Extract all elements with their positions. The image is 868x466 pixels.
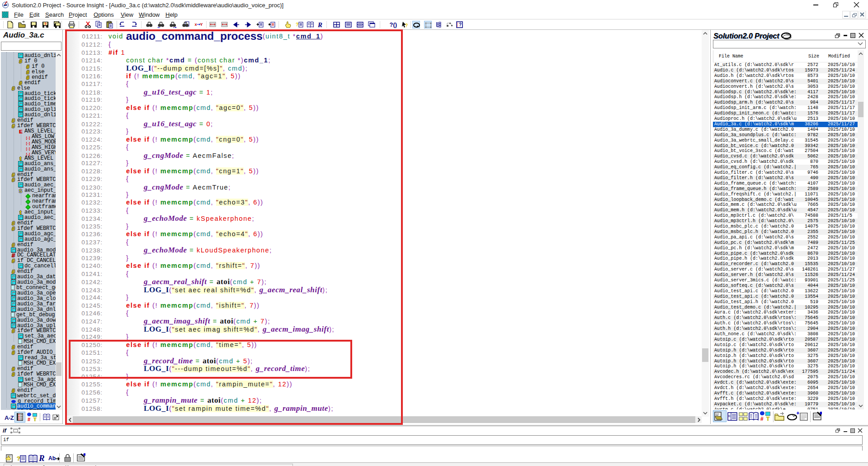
svg-text:?(): ?(): [390, 21, 397, 28]
svg-text:R: R: [317, 21, 322, 29]
svg-text:Y: Y: [200, 22, 203, 27]
svg-text:?: ?: [405, 23, 408, 28]
svg-text:?: ?: [296, 22, 299, 27]
svg-text:E: E: [728, 414, 731, 418]
svg-text:x: x: [195, 22, 197, 27]
svg-text:?: ?: [459, 22, 462, 27]
svg-text:?: ?: [44, 22, 47, 26]
